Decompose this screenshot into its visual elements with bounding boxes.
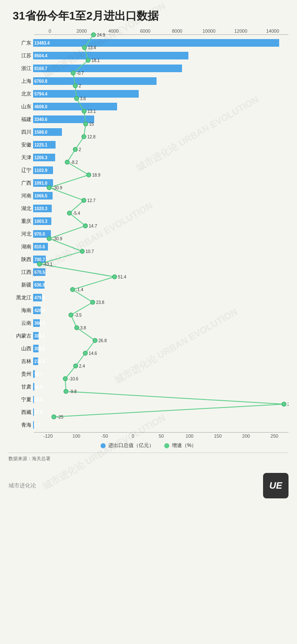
bar-area: 8168.7 [33, 64, 289, 73]
bar-value-label: 6760.8 [34, 79, 48, 84]
province-label: 四川 [8, 129, 33, 135]
province-label: 安徽 [8, 142, 33, 148]
top-axis-label: 8000 [161, 28, 193, 34]
bar-value-label: 670.5 [34, 270, 45, 275]
bar-area: 17.5 [33, 408, 289, 417]
bar: 636.9 [33, 281, 45, 289]
bar-area: 670.5 [33, 267, 289, 277]
province-label: 内蒙古 [8, 333, 33, 339]
chart-row: 新疆636.9 [8, 278, 289, 291]
bar: 428.9 [33, 307, 41, 314]
bar-area: 810.6 [33, 242, 289, 251]
bar-area: 302.1 [33, 344, 289, 353]
chart-row: 青海6.7 [8, 419, 289, 431]
bar: 6760.8 [33, 77, 157, 85]
province-label: 广东 [8, 40, 33, 46]
legend-line-icon [164, 443, 169, 448]
bar-area: 6.7 [33, 420, 289, 430]
bar: 366.3 [33, 319, 40, 327]
bar-area: 1003.3 [33, 217, 289, 226]
province-label: 山东 [8, 104, 33, 110]
province-label: 广西 [8, 180, 33, 186]
province-label: 江苏 [8, 53, 33, 59]
bar-area: 28.6 [33, 395, 289, 404]
chart-row: 四川1588.0 [8, 126, 289, 138]
bar: 28.6 [33, 396, 34, 403]
bar: 810.6 [33, 243, 48, 250]
chart-row: 重庆1003.3 [8, 215, 289, 228]
province-label: 青海 [8, 422, 33, 428]
legend-bar-icon [101, 443, 106, 448]
bottom-axis-label: 50 [147, 433, 176, 439]
bar: 670.5 [33, 268, 45, 276]
chart-row: 湖南810.6 [8, 240, 289, 253]
bar-value-label: 1066.5 [34, 194, 48, 198]
province-label: 北京 [8, 91, 33, 97]
bar-area: 1225.1 [33, 140, 289, 149]
chart-row: 江苏8504.4 [8, 49, 289, 62]
bar-area: 1020.3 [33, 204, 289, 213]
bar-value-label: 636.9 [34, 283, 45, 287]
bar: 302.1 [33, 345, 39, 352]
chart-row: 黑龙江479.8 [8, 291, 289, 304]
bar-value-label: 4608.0 [34, 104, 48, 109]
bar-value-label: 970.0 [34, 232, 45, 236]
chart-row: 宁夏28.6 [8, 393, 289, 406]
bar-area: 3340.6 [33, 115, 289, 124]
province-label: 天津 [8, 155, 33, 161]
bar-area: 1091.0 [33, 178, 289, 188]
bar: 6.7 [33, 421, 34, 429]
bar: 479.8 [33, 294, 42, 301]
province-label: 吉林 [8, 358, 33, 365]
bar-value-label: 28.6 [34, 397, 42, 402]
province-label: 陕西 [8, 256, 33, 263]
bar-value-label: 302.1 [34, 346, 45, 351]
province-label: 甘肃 [8, 384, 33, 390]
bar-area: 700.7 [33, 255, 289, 264]
bar-value-label: 3340.6 [34, 117, 48, 122]
bar-value-label: 8504.4 [34, 53, 48, 58]
bar: 1225.1 [33, 141, 56, 149]
legend-bar: 进出口总值（亿元） [101, 442, 154, 449]
bar-value-label: 80.5 [34, 385, 42, 389]
ue-logo: UE [263, 473, 289, 498]
province-label: 重庆 [8, 218, 33, 225]
bar-value-label: 1003.3 [34, 219, 48, 224]
bottom-axis-label: -50 [90, 433, 119, 439]
bar-value-label: 17.5 [34, 410, 42, 415]
bar: 5794.4 [33, 90, 139, 98]
chart-row: 上海6760.8 [8, 75, 289, 87]
bar-area: 1102.9 [33, 166, 289, 175]
bar-value-label: 700.7 [34, 257, 45, 262]
chart-row: 江西670.5 [8, 266, 289, 278]
bar: 1102.9 [33, 166, 53, 174]
bar-value-label: 1206.3 [34, 155, 48, 160]
chart-row: 浙江8168.7 [8, 62, 289, 75]
top-axis-label: 6000 [129, 28, 161, 34]
bar: 1206.3 [33, 154, 55, 161]
province-label: 海南 [8, 307, 33, 314]
province-label: 浙江 [8, 65, 33, 72]
bar: 1588.0 [33, 128, 62, 136]
province-label: 湖北 [8, 205, 33, 212]
chart-row: 北京5794.4 [8, 87, 289, 100]
chart-row: 河南1066.5 [8, 189, 289, 202]
bar-area: 5794.4 [33, 89, 289, 98]
bar-area: 1588.0 [33, 127, 289, 137]
bar-value-label: 8168.7 [34, 66, 48, 71]
chart-row: 海南428.9 [8, 304, 289, 317]
bottom-axis-label: 100 [175, 433, 204, 439]
bottom-axis-label: 150 [204, 433, 232, 439]
bar-value-label: 1588.0 [34, 130, 48, 135]
chart-row: 福建3340.6 [8, 113, 289, 126]
bar: 970.0 [33, 230, 51, 238]
bar: 276.3 [33, 357, 38, 365]
top-axis-label: 2000 [66, 28, 98, 34]
bar-value-label: 1102.9 [34, 168, 48, 173]
chart-row: 吉林276.3 [8, 355, 289, 368]
chart-row: 云南366.3 [8, 317, 289, 329]
province-label: 云南 [8, 320, 33, 326]
province-label: 河南 [8, 193, 33, 199]
top-axis-label: 14000 [257, 28, 289, 34]
bar: 700.7 [33, 256, 46, 263]
